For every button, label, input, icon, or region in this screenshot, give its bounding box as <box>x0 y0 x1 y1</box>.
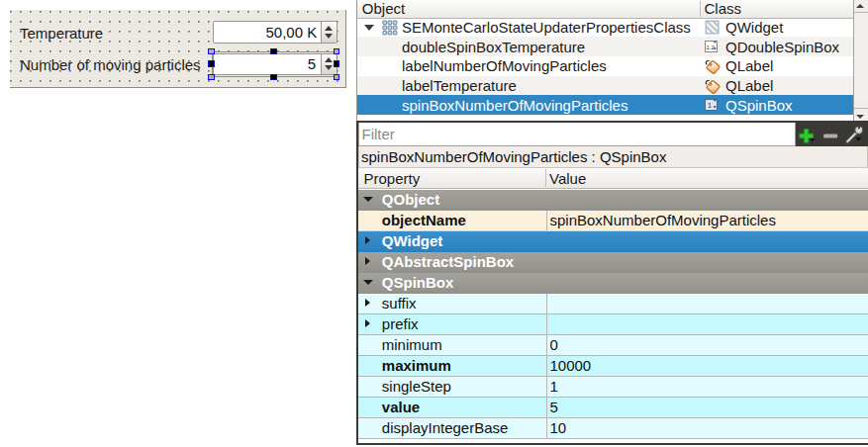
svg-text:1.2: 1.2 <box>706 45 715 50</box>
svg-text:1: 1 <box>708 102 712 109</box>
